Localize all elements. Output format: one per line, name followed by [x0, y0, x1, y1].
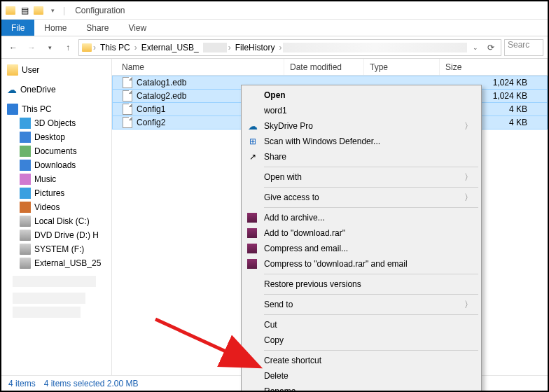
search-input[interactable]: Searc [504, 39, 543, 56]
tree-item[interactable]: Downloads [4, 158, 109, 172]
menu-compressemail[interactable]: Compress and email... [243, 241, 480, 256]
chevron-right-icon: 〉 [464, 299, 473, 311]
tree-blur [13, 293, 85, 304]
window-titlebar: ▤ ▾ | Configuration [1, 1, 548, 20]
menu-skydrive[interactable]: ☁SkyDrive Pro〉 [243, 118, 480, 134]
tab-view[interactable]: View [118, 20, 156, 36]
tree-item[interactable]: Music [4, 172, 109, 186]
column-size[interactable]: Size [440, 59, 548, 75]
menu-sendto[interactable]: Send to〉 [243, 297, 480, 312]
menu-separator [264, 187, 478, 188]
menu-separator [264, 167, 478, 167]
navigation-tree: User ☁OneDrive This PC 3D Objects Deskto… [1, 59, 112, 375]
tree-item[interactable]: Pictures [4, 186, 109, 200]
tree-item[interactable]: DVD Drive (D:) H [4, 228, 109, 242]
videos-icon [20, 202, 31, 213]
share-icon: ↗ [247, 151, 258, 162]
menu-separator [264, 207, 478, 208]
menu-separator [264, 294, 478, 295]
tree-item[interactable]: Desktop [4, 130, 109, 144]
tab-share[interactable]: Share [76, 20, 118, 36]
navigation-bar: ← → ▾ ↑ › This PC› External_USB_ › FileH… [1, 36, 548, 59]
recent-dropdown[interactable]: ▾ [42, 40, 57, 55]
file-icon [123, 77, 132, 88]
winrar-icon [247, 213, 257, 223]
pc-icon [7, 104, 18, 115]
tree-item[interactable]: 3D Objects [4, 116, 109, 130]
folder-icon [82, 43, 92, 52]
objects3d-icon [20, 118, 31, 129]
menu-shortcut[interactable]: Create shortcut [243, 353, 480, 368]
breadcrumb-item[interactable]: This PC [97, 43, 133, 52]
menu-restore[interactable]: Restore previous versions [243, 276, 480, 292]
menu-separator [264, 350, 478, 351]
tree-item[interactable]: Videos [4, 200, 109, 214]
tree-thispc[interactable]: This PC [4, 102, 109, 116]
desktop-icon [20, 132, 31, 143]
menu-openwith[interactable]: Open with〉 [243, 169, 480, 185]
qat-dropdown-icon[interactable]: ▾ [46, 4, 59, 17]
menu-giveaccess[interactable]: Give access to〉 [243, 190, 480, 205]
window-title: Configuration [75, 6, 125, 15]
winrar-icon [247, 259, 257, 269]
drive-icon [20, 216, 31, 227]
tree-item[interactable]: External_USB_25 [4, 256, 109, 270]
column-type[interactable]: Type [364, 59, 440, 75]
tree-item[interactable]: SYSTEM (F:) [4, 242, 109, 256]
chevron-right-icon: 〉 [464, 120, 473, 132]
tree-onedrive[interactable]: ☁OneDrive [4, 83, 109, 97]
column-date[interactable]: Date modified [284, 59, 364, 75]
shield-icon: ⊞ [247, 136, 258, 147]
menu-defender[interactable]: ⊞Scan with Windows Defender... [243, 134, 480, 149]
menu-compressraremail[interactable]: Compress to "download.rar" and email [243, 256, 480, 272]
music-icon [20, 174, 31, 185]
breadcrumb-item[interactable]: FileHistory [232, 43, 278, 52]
forward-button[interactable]: → [24, 40, 39, 55]
menu-copy[interactable]: Copy [243, 332, 480, 348]
dvd-icon [20, 230, 31, 241]
status-count: 4 items [8, 379, 36, 388]
file-icon [123, 104, 132, 115]
menu-word1[interactable]: word1 [243, 103, 480, 118]
chevron-right-icon: 〉 [464, 192, 473, 204]
tree-user[interactable]: User [4, 63, 109, 77]
menu-addarchive[interactable]: Add to archive... [243, 210, 480, 225]
winrar-icon [247, 228, 257, 238]
up-button[interactable]: ↑ [60, 40, 76, 55]
qat-folder-icon [4, 4, 17, 17]
menu-separator [264, 274, 478, 274]
tree-blur [13, 307, 81, 318]
usb-icon [20, 258, 31, 269]
breadcrumb-item[interactable] [283, 43, 467, 52]
menu-addrar[interactable]: Add to "download.rar" [243, 225, 480, 241]
cloud-icon: ☁ [247, 120, 258, 132]
breadcrumb-item[interactable]: External_USB_ [139, 43, 202, 52]
cloud-icon: ☁ [7, 84, 17, 95]
menu-share[interactable]: ↗Share [243, 149, 480, 164]
downloads-icon [20, 160, 31, 171]
address-bar[interactable]: › This PC› External_USB_ › FileHistory› … [78, 39, 501, 56]
menu-rename[interactable]: Rename [243, 384, 480, 392]
tree-item[interactable]: Local Disk (C:) [4, 214, 109, 228]
address-dropdown-icon[interactable]: ⌄ [468, 44, 482, 51]
column-headers: Name Date modified Type Size [112, 59, 548, 76]
back-button[interactable]: ← [6, 40, 21, 55]
menu-delete[interactable]: Delete [243, 368, 480, 384]
menu-cut[interactable]: Cut [243, 317, 480, 332]
tree-blur [13, 276, 96, 287]
column-name[interactable]: Name [112, 59, 284, 75]
winrar-icon [247, 244, 257, 253]
tab-file[interactable]: File [1, 20, 34, 36]
breadcrumb-item[interactable] [203, 43, 227, 52]
context-menu: Open word1 ☁SkyDrive Pro〉 ⊞Scan with Win… [241, 85, 482, 392]
qat-open-icon[interactable] [32, 4, 45, 17]
tab-home[interactable]: Home [34, 20, 76, 36]
qat-properties-icon[interactable]: ▤ [18, 4, 31, 17]
file-icon [123, 117, 132, 128]
drive-icon [20, 244, 31, 255]
refresh-icon[interactable]: ⟳ [484, 43, 498, 52]
documents-icon [20, 146, 31, 157]
tree-item[interactable]: Documents [4, 144, 109, 158]
pictures-icon [20, 188, 31, 199]
menu-open[interactable]: Open [243, 88, 480, 103]
